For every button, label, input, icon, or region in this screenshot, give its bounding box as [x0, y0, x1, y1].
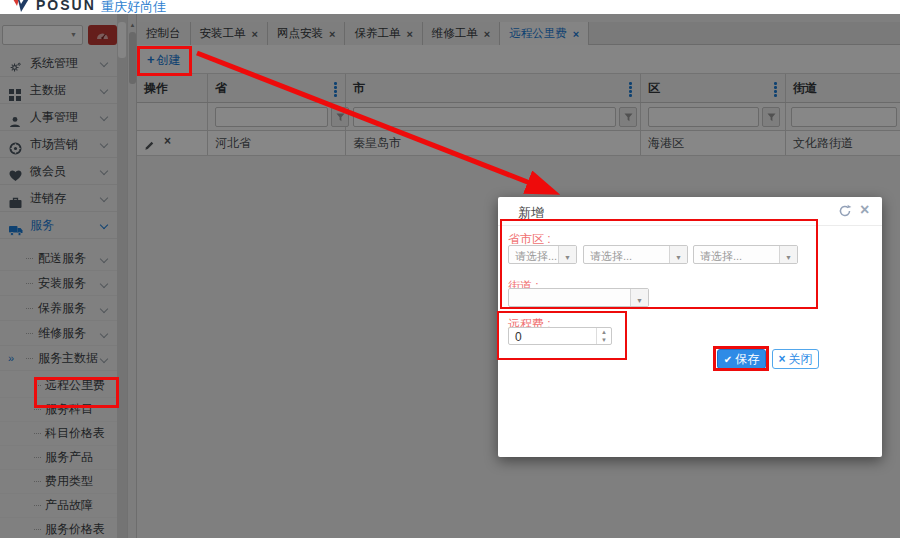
- top-header: POSUN 重庆好尚佳: [0, 0, 900, 14]
- select-caret-box[interactable]: ▼: [779, 246, 797, 263]
- caret-down-icon: ▼: [636, 297, 643, 304]
- dialog-title: 新增: [518, 204, 544, 222]
- app-window: POSUN 重庆好尚佳 ▼ 系统管理 主数据 人事管理: [0, 0, 900, 538]
- new-record-dialog: 新增 × 省市区 : 请选择... ▼ 请选择... ▼ 请选择... ▼ 街道…: [498, 197, 882, 457]
- close-x-icon: ×: [778, 352, 785, 366]
- spinner-down-icon[interactable]: ▼: [597, 336, 611, 344]
- fee-value: 0: [515, 330, 522, 344]
- dialog-close-icon[interactable]: ×: [860, 201, 869, 219]
- select-caret-box[interactable]: ▼: [558, 246, 576, 263]
- brand-name: POSUN: [36, 0, 96, 13]
- posun-logo-icon: [8, 0, 34, 14]
- district-select[interactable]: 请选择... ▼: [693, 245, 798, 264]
- number-spinner[interactable]: ▲ ▼: [596, 328, 611, 344]
- caret-down-icon: ▼: [785, 254, 792, 261]
- refresh-icon[interactable]: [838, 204, 852, 218]
- street-select[interactable]: ▼: [508, 288, 649, 307]
- caret-down-icon: ▼: [675, 254, 682, 261]
- check-icon: ✔: [724, 354, 732, 365]
- company-name: 重庆好尚佳: [101, 0, 166, 14]
- spinner-up-icon[interactable]: ▲: [597, 328, 611, 336]
- select-caret-box[interactable]: ▼: [630, 289, 648, 306]
- province-select[interactable]: 请选择... ▼: [508, 245, 577, 264]
- close-button[interactable]: × 关闭: [772, 349, 819, 369]
- caret-down-icon: ▼: [564, 254, 571, 261]
- city-select[interactable]: 请选择... ▼: [583, 245, 688, 264]
- select-caret-box[interactable]: ▼: [669, 246, 687, 263]
- save-button[interactable]: ✔ 保存: [717, 349, 766, 369]
- fee-input[interactable]: 0 ▲ ▼: [508, 327, 612, 345]
